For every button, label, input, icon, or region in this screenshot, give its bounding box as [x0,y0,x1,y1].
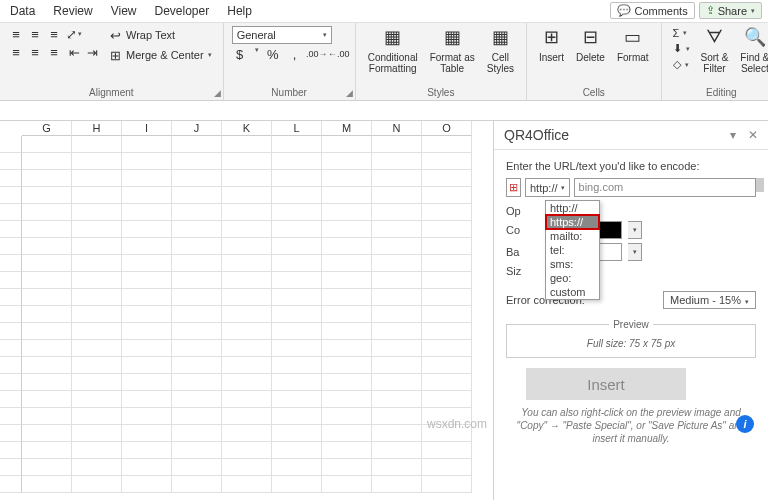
cell[interactable] [172,425,222,442]
cell[interactable] [22,153,72,170]
dropdown-option[interactable]: custom [546,285,599,299]
cell[interactable] [222,340,272,357]
autosum-button[interactable]: Σ▾ [670,26,693,40]
color-picker-button[interactable]: ▾ [628,221,642,239]
column-header[interactable]: K [222,121,272,136]
percent-icon[interactable]: % [265,46,281,62]
dropdown-option[interactable]: sms: [546,257,599,271]
align-top-icon[interactable]: ≡ [8,26,24,42]
cell[interactable] [172,391,222,408]
cell[interactable] [122,221,172,238]
cell[interactable] [122,289,172,306]
currency-icon[interactable]: $ [232,46,248,62]
cell[interactable] [172,170,222,187]
spreadsheet-grid[interactable]: GHIJKLMNO wsxdn.com [0,121,493,500]
cell[interactable] [322,408,372,425]
cell[interactable] [372,187,422,204]
column-header[interactable]: L [272,121,322,136]
cell[interactable] [372,408,422,425]
cell[interactable] [172,187,222,204]
cell[interactable] [272,323,322,340]
dialog-launcher-icon[interactable]: ◢ [346,88,353,98]
cell[interactable] [122,187,172,204]
cell[interactable] [22,323,72,340]
cell[interactable] [272,136,322,153]
cell[interactable] [422,238,472,255]
cell[interactable] [22,425,72,442]
cell[interactable] [372,459,422,476]
cell[interactable] [422,357,472,374]
align-right-icon[interactable]: ≡ [46,44,62,60]
cell[interactable] [272,374,322,391]
dropdown-option[interactable]: mailto: [546,229,599,243]
cell[interactable] [22,170,72,187]
cell-styles-button[interactable]: ▦Cell Styles [483,26,518,76]
cell[interactable] [322,153,372,170]
cell[interactable] [272,272,322,289]
info-icon[interactable]: i [736,415,754,433]
cell[interactable] [422,221,472,238]
comma-icon[interactable]: , [287,46,303,62]
cell[interactable] [322,204,372,221]
cell[interactable] [322,340,372,357]
cell[interactable] [322,323,372,340]
cell[interactable] [122,340,172,357]
align-bot-icon[interactable]: ≡ [46,26,62,42]
dec-decimal-icon[interactable]: ←.00 [331,46,347,62]
cell[interactable] [272,153,322,170]
cell[interactable] [222,204,272,221]
cell[interactable] [372,272,422,289]
cell[interactable] [272,238,322,255]
cell[interactable] [172,340,222,357]
cell[interactable] [72,323,122,340]
cell[interactable] [372,136,422,153]
cell[interactable] [172,374,222,391]
cell[interactable] [122,272,172,289]
cell[interactable] [172,357,222,374]
cell[interactable] [122,374,172,391]
cell[interactable] [272,408,322,425]
cell[interactable] [72,272,122,289]
cell[interactable] [22,476,72,493]
cell[interactable] [372,204,422,221]
cell[interactable] [122,476,172,493]
cell[interactable] [372,289,422,306]
cell[interactable] [22,187,72,204]
cell[interactable] [422,391,472,408]
indent-dec-icon[interactable]: ⇤ [66,44,82,60]
cell[interactable] [272,357,322,374]
cell[interactable] [422,459,472,476]
cell[interactable] [422,272,472,289]
cell[interactable] [422,204,472,221]
url-input[interactable]: bing.com [574,178,756,197]
cell[interactable] [322,374,372,391]
indent-inc-icon[interactable]: ⇥ [84,44,100,60]
cell[interactable] [372,170,422,187]
cell[interactable] [72,153,122,170]
comments-button[interactable]: 💬Comments [610,2,694,19]
clear-button[interactable]: ◇▾ [670,57,693,72]
cell[interactable] [72,357,122,374]
cell[interactable] [222,306,272,323]
cell[interactable] [72,289,122,306]
cell[interactable] [72,255,122,272]
cell[interactable] [322,306,372,323]
cell[interactable] [222,289,272,306]
cell[interactable] [172,136,222,153]
sort-filter-button[interactable]: ᗊSort & Filter [697,26,733,76]
cell[interactable] [22,136,72,153]
cell[interactable] [172,255,222,272]
cell[interactable] [72,459,122,476]
cell[interactable] [272,459,322,476]
delete-cells-button[interactable]: ⊟Delete [572,26,609,65]
cell[interactable] [222,476,272,493]
cell[interactable] [72,340,122,357]
merge-center-button[interactable]: ⊞Merge & Center▾ [104,46,215,64]
cell[interactable] [72,136,122,153]
cell[interactable] [172,289,222,306]
cell[interactable] [122,204,172,221]
cell[interactable] [272,340,322,357]
cell[interactable] [322,442,372,459]
cell[interactable] [172,323,222,340]
cell[interactable] [122,238,172,255]
